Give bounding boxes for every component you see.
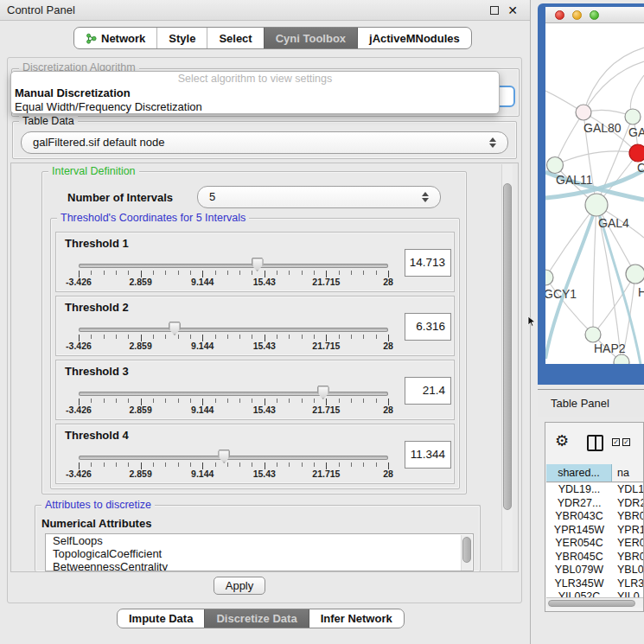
node-label: GA — [628, 125, 644, 139]
list-item[interactable]: BetweennessCentrality — [46, 560, 473, 571]
slider-thumb[interactable] — [252, 258, 264, 271]
slider-track[interactable] — [79, 456, 388, 460]
column-header-name[interactable]: na — [612, 464, 644, 481]
cell-name: YIL0 — [612, 590, 644, 597]
attributes-group-title: Attributes to discretize — [41, 499, 155, 511]
list-item[interactable]: SelfLoops — [46, 534, 473, 547]
settings-scrollbar[interactable] — [501, 164, 513, 571]
threshold-value-field[interactable]: 21.4 — [405, 377, 451, 405]
tick-label: 15.43 — [239, 405, 290, 415]
gal4-node[interactable] — [585, 194, 608, 216]
table-row[interactable]: YBR043CYBR0 — [546, 510, 644, 524]
slider-thumb[interactable] — [317, 386, 329, 399]
table-data-combo-value: galFiltered.sif default node — [33, 136, 164, 149]
table-panel-titlebar: Table Panel — [538, 389, 644, 417]
network-edge — [545, 205, 596, 277]
table-panel-title: Table Panel — [551, 390, 609, 418]
checkbox-pair-icon[interactable]: ✓✓ — [612, 438, 630, 446]
red-node[interactable] — [629, 144, 644, 162]
table-hscrollbar[interactable] — [546, 597, 644, 608]
tab-style[interactable]: Style — [156, 28, 207, 48]
gal-node[interactable] — [625, 109, 641, 124]
tab-discretize-data[interactable]: Discretize Data — [204, 609, 308, 628]
gal11-node[interactable] — [547, 157, 564, 174]
gear-icon[interactable]: ⚙ — [555, 431, 569, 450]
slider-thumb[interactable] — [169, 322, 181, 335]
table-row[interactable]: YDL19...YDL1 — [546, 483, 644, 497]
table-row[interactable]: YBL079WYBL0 — [546, 564, 644, 577]
network-edge — [583, 61, 644, 112]
cell-name: YBL0 — [612, 564, 644, 577]
tab-select[interactable]: Select — [207, 28, 263, 48]
panel-title: Control Panel — [7, 0, 75, 21]
top-tab-bar: NetworkStyleSelectCyni ToolboxjActiveMNo… — [73, 27, 472, 49]
network-edge — [596, 205, 635, 274]
network-edge — [555, 112, 583, 165]
threshold-row: Threshold 4-3.4262.8599.14415.4321.71528… — [55, 424, 455, 484]
h-node[interactable] — [626, 265, 644, 284]
dropdown-option[interactable]: Equal Width/Frequency Discretization — [11, 100, 499, 114]
cell-name: YPR1 — [612, 524, 644, 538]
tab-cyni-toolbox[interactable]: Cyni Toolbox — [264, 28, 357, 48]
hap2-node[interactable] — [585, 327, 601, 342]
combo-arrows-icon — [422, 189, 430, 205]
tab-impute-data[interactable]: Impute Data — [118, 609, 204, 628]
threshold-label: Threshold 3 — [65, 365, 129, 378]
slider-track[interactable] — [79, 392, 388, 396]
slider-track[interactable] — [79, 328, 388, 332]
number-of-intervals-combo[interactable]: 5 — [197, 186, 441, 208]
slider-thumb[interactable] — [218, 450, 230, 463]
gal80-node[interactable] — [576, 105, 591, 120]
table-row[interactable]: YIL052CYIL0 — [546, 590, 644, 597]
table-row[interactable]: YER054CYER0 — [546, 537, 644, 551]
dropdown-hint: Select algorithm to view settings — [11, 72, 499, 86]
tab-jactivemnodules[interactable]: jActiveMNodules — [357, 28, 471, 48]
attributes-scrollbar[interactable] — [461, 535, 472, 571]
threshold-value-field[interactable]: 11.344 — [405, 441, 451, 469]
threshold-list: Threshold 1-3.4262.8599.14415.4321.71528… — [55, 232, 455, 484]
list-item[interactable]: TopologicalCoefficient — [46, 547, 473, 560]
control-panel: Control Panel ✕ NetworkStyleSelectCyni T… — [0, 0, 531, 644]
control-panel-titlebar: Control Panel ✕ — [0, 0, 530, 21]
slider-track[interactable] — [79, 264, 388, 268]
network-view-window: GAL80GACGAL11GAL4GCY1HHAP2 — [538, 3, 644, 385]
threshold-value-field[interactable]: 6.316 — [405, 313, 451, 341]
cell-name: YER0 — [612, 537, 644, 551]
column-header-shared[interactable]: shared... — [546, 464, 612, 481]
number-of-intervals-label: Number of Intervals — [67, 187, 173, 209]
cell-shared-name: YPR145W — [546, 524, 612, 538]
algorithm-dropdown-popup: Select algorithm to view settings Manual… — [10, 71, 500, 114]
network-icon — [86, 33, 97, 44]
edge-node[interactable] — [614, 354, 629, 364]
float-window-icon[interactable] — [490, 6, 499, 15]
zoom-traffic-light-icon[interactable] — [590, 10, 599, 20]
tick-label: -3.426 — [53, 469, 105, 479]
tab-label: Style — [169, 29, 195, 48]
table-row[interactable]: YLR345WYLR3 — [546, 577, 644, 591]
table-data-combo[interactable]: galFiltered.sif default node — [21, 131, 508, 154]
close-traffic-light-icon[interactable] — [555, 10, 564, 20]
table-row[interactable]: YBR045CYBR0 — [546, 551, 644, 564]
close-icon[interactable]: ✕ — [507, 2, 518, 19]
cell-name: YBR0 — [612, 510, 644, 524]
table-row[interactable]: YDR27...YDR2 — [546, 497, 644, 511]
threshold-value-field[interactable]: 14.713 — [405, 249, 451, 277]
node-label: GAL11 — [556, 173, 593, 187]
tick-label: 21.715 — [300, 405, 352, 415]
table-row[interactable]: YPR145WYPR1 — [546, 524, 644, 538]
numerical-attributes-list[interactable]: SelfLoopsTopologicalCoefficientBetweenne… — [45, 533, 474, 571]
network-canvas[interactable]: GAL80GACGAL11GAL4GCY1HHAP2 — [545, 23, 644, 364]
dropdown-option[interactable]: Manual Discretization — [11, 86, 499, 100]
tab-infer-network[interactable]: Infer Network — [309, 609, 404, 628]
apply-button[interactable]: Apply — [214, 577, 265, 595]
split-view-icon[interactable] — [587, 435, 603, 451]
tick-label: 15.43 — [239, 341, 290, 351]
gcy1-node[interactable] — [545, 270, 553, 285]
cell-shared-name: YBR045C — [546, 551, 612, 564]
number-of-intervals-value: 5 — [209, 190, 215, 203]
tick-label: -3.426 — [53, 277, 105, 287]
tick-label: 2.859 — [115, 277, 167, 287]
minimize-traffic-light-icon[interactable] — [572, 10, 582, 20]
combo-arrows-icon — [489, 135, 497, 150]
tab-network[interactable]: Network — [74, 28, 156, 48]
